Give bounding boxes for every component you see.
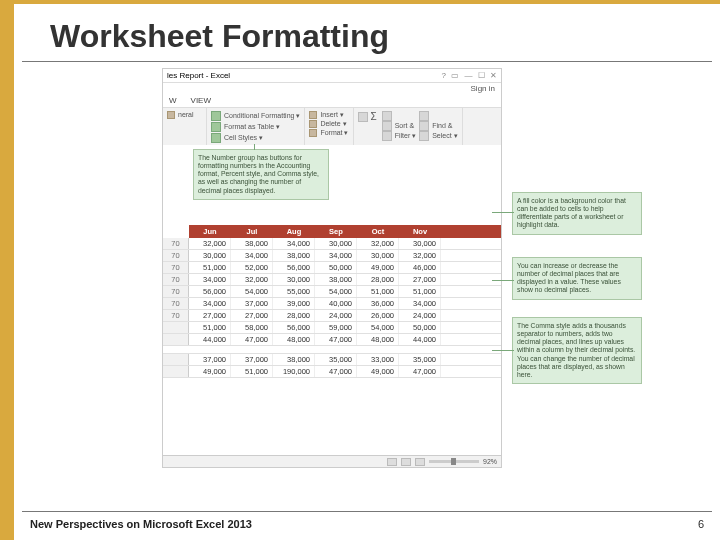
maximize-icon[interactable]: ☐ bbox=[478, 71, 485, 80]
view-normal-icon[interactable] bbox=[387, 458, 397, 466]
cell[interactable]: 24,000 bbox=[399, 310, 441, 321]
cell[interactable]: 24,000 bbox=[315, 310, 357, 321]
cell[interactable]: 47,000 bbox=[399, 366, 441, 377]
cell[interactable]: 44,000 bbox=[399, 334, 441, 345]
cell[interactable]: 38,000 bbox=[273, 250, 315, 261]
cell[interactable]: 55,000 bbox=[273, 286, 315, 297]
cell[interactable]: 51,000 bbox=[399, 286, 441, 297]
cell[interactable]: 56,000 bbox=[273, 262, 315, 273]
delete-button[interactable]: Delete ▾ bbox=[309, 120, 348, 128]
cell[interactable]: 34,000 bbox=[399, 298, 441, 309]
sort-filter-button[interactable]: Sort & Filter ▾ bbox=[382, 111, 417, 143]
cell[interactable]: 50,000 bbox=[315, 262, 357, 273]
cell[interactable]: 39,000 bbox=[273, 298, 315, 309]
cell[interactable]: 30,000 bbox=[189, 250, 231, 261]
cell[interactable]: 49,000 bbox=[357, 366, 399, 377]
insert-button[interactable]: Insert ▾ bbox=[309, 111, 348, 119]
cell[interactable]: 54,000 bbox=[315, 286, 357, 297]
format-as-table-button[interactable]: Format as Table ▾ bbox=[211, 122, 300, 132]
row-header[interactable]: 70 bbox=[163, 298, 189, 309]
cell[interactable]: 44,000 bbox=[189, 334, 231, 345]
format-button[interactable]: Format ▾ bbox=[309, 129, 348, 137]
cell[interactable]: 47,000 bbox=[315, 334, 357, 345]
cell[interactable]: 190,000 bbox=[273, 366, 315, 377]
cell[interactable]: 40,000 bbox=[315, 298, 357, 309]
cell[interactable]: 38,000 bbox=[315, 274, 357, 285]
row-header[interactable] bbox=[163, 354, 189, 365]
sign-in-link[interactable]: Sign in bbox=[163, 83, 501, 94]
conditional-formatting-button[interactable]: Conditional Formatting ▾ bbox=[211, 111, 300, 121]
cell[interactable]: 37,000 bbox=[189, 354, 231, 365]
cell[interactable]: 32,000 bbox=[357, 238, 399, 249]
find-select-button[interactable]: Find & Select ▾ bbox=[419, 111, 457, 143]
cell[interactable]: 58,000 bbox=[231, 322, 273, 333]
tab-view[interactable]: VIEW bbox=[191, 96, 211, 105]
cell[interactable]: 51,000 bbox=[357, 286, 399, 297]
cell[interactable]: 33,000 bbox=[357, 354, 399, 365]
number-format-dropdown[interactable]: neral bbox=[167, 111, 202, 119]
minimize-icon[interactable]: — bbox=[465, 71, 473, 80]
cell[interactable]: 34,000 bbox=[189, 274, 231, 285]
cell[interactable]: 48,000 bbox=[357, 334, 399, 345]
cell[interactable]: 50,000 bbox=[399, 322, 441, 333]
cell[interactable]: 30,000 bbox=[399, 238, 441, 249]
cell[interactable]: 46,000 bbox=[399, 262, 441, 273]
cell[interactable]: 38,000 bbox=[273, 354, 315, 365]
view-page-layout-icon[interactable] bbox=[401, 458, 411, 466]
cell[interactable]: 47,000 bbox=[315, 366, 357, 377]
autosum-icon[interactable]: Σ bbox=[358, 111, 377, 143]
cell[interactable]: 32,000 bbox=[189, 238, 231, 249]
cell[interactable]: 56,000 bbox=[273, 322, 315, 333]
cell[interactable]: 34,000 bbox=[189, 298, 231, 309]
cell[interactable]: 32,000 bbox=[399, 250, 441, 261]
row-header[interactable]: 70 bbox=[163, 238, 189, 249]
cell[interactable]: 32,000 bbox=[231, 274, 273, 285]
cell[interactable]: 37,000 bbox=[231, 298, 273, 309]
zoom-level[interactable]: 92% bbox=[483, 458, 497, 465]
cell[interactable]: 49,000 bbox=[357, 262, 399, 273]
cell-styles-button[interactable]: Cell Styles ▾ bbox=[211, 133, 300, 143]
cell[interactable]: 27,000 bbox=[231, 310, 273, 321]
row-header[interactable]: 70 bbox=[163, 286, 189, 297]
row-header[interactable] bbox=[163, 334, 189, 345]
cell[interactable]: 28,000 bbox=[357, 274, 399, 285]
cell[interactable]: 56,000 bbox=[189, 286, 231, 297]
cell[interactable]: 54,000 bbox=[231, 286, 273, 297]
cell[interactable]: 30,000 bbox=[273, 274, 315, 285]
row-header[interactable]: 70 bbox=[163, 250, 189, 261]
cell[interactable]: 51,000 bbox=[231, 366, 273, 377]
cell[interactable]: 30,000 bbox=[357, 250, 399, 261]
cell[interactable]: 35,000 bbox=[315, 354, 357, 365]
cell[interactable]: 28,000 bbox=[273, 310, 315, 321]
cell[interactable]: 27,000 bbox=[399, 274, 441, 285]
zoom-slider[interactable] bbox=[429, 460, 479, 463]
close-icon[interactable]: ✕ bbox=[490, 71, 497, 80]
cell[interactable]: 27,000 bbox=[189, 310, 231, 321]
row-header[interactable] bbox=[163, 322, 189, 333]
cell[interactable]: 51,000 bbox=[189, 322, 231, 333]
row-header[interactable]: 70 bbox=[163, 310, 189, 321]
cell[interactable]: 34,000 bbox=[315, 250, 357, 261]
cell[interactable]: 52,000 bbox=[231, 262, 273, 273]
cell[interactable]: 48,000 bbox=[273, 334, 315, 345]
tab-w[interactable]: W bbox=[169, 96, 177, 105]
row-header[interactable] bbox=[163, 366, 189, 377]
cell[interactable]: 30,000 bbox=[315, 238, 357, 249]
row-header[interactable]: 70 bbox=[163, 274, 189, 285]
cell[interactable]: 51,000 bbox=[189, 262, 231, 273]
ribbon-min-icon[interactable]: ▭ bbox=[451, 71, 459, 80]
cell[interactable]: 54,000 bbox=[357, 322, 399, 333]
cell[interactable]: 47,000 bbox=[231, 334, 273, 345]
cell[interactable]: 37,000 bbox=[231, 354, 273, 365]
cell[interactable]: 38,000 bbox=[231, 238, 273, 249]
cell[interactable]: 49,000 bbox=[189, 366, 231, 377]
cell[interactable]: 36,000 bbox=[357, 298, 399, 309]
row-header[interactable]: 70 bbox=[163, 262, 189, 273]
cell[interactable]: 35,000 bbox=[399, 354, 441, 365]
cell[interactable]: 59,000 bbox=[315, 322, 357, 333]
view-page-break-icon[interactable] bbox=[415, 458, 425, 466]
cell[interactable]: 34,000 bbox=[273, 238, 315, 249]
cell[interactable]: 26,000 bbox=[357, 310, 399, 321]
help-icon[interactable]: ? bbox=[442, 71, 446, 80]
cell[interactable]: 34,000 bbox=[231, 250, 273, 261]
